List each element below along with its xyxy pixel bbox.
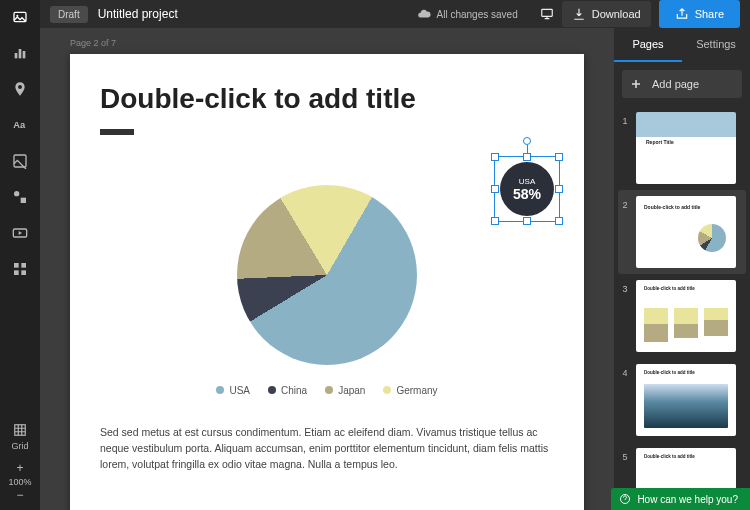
resize-handle[interactable]	[491, 185, 499, 193]
zoom-level: 100%	[8, 477, 31, 489]
svg-text:Aa: Aa	[13, 120, 26, 130]
svg-rect-15	[541, 9, 552, 16]
present-button[interactable]	[532, 1, 562, 27]
add-page-button[interactable]: Add page	[622, 70, 742, 98]
chart-tool-icon[interactable]	[11, 44, 29, 62]
svg-rect-2	[15, 53, 18, 58]
pie-chart[interactable]	[237, 185, 417, 365]
callout-value: 58%	[513, 186, 541, 202]
callout-label: USA	[519, 177, 535, 186]
help-button[interactable]: How can we help you?	[611, 488, 750, 510]
download-icon	[572, 7, 586, 21]
page-title[interactable]: Double-click to add title	[100, 84, 554, 115]
draft-badge: Draft	[50, 6, 88, 23]
legend-item: USA	[216, 385, 250, 396]
zoom-out-button[interactable]: −	[8, 488, 31, 504]
callout-element[interactable]: USA 58%	[500, 162, 554, 216]
document-page[interactable]: Double-click to add title	[70, 54, 584, 510]
map-tool-icon[interactable]	[11, 80, 29, 98]
page-thumb[interactable]: 2 Double-click to add title	[618, 190, 746, 274]
tool-sidebar: Aa Grid + 100% −	[0, 0, 40, 510]
legend-swatch	[268, 386, 276, 394]
share-button[interactable]: Share	[659, 0, 740, 28]
legend-label: China	[281, 385, 307, 396]
legend-label: USA	[229, 385, 250, 396]
resize-handle[interactable]	[491, 217, 499, 225]
svg-rect-4	[23, 51, 26, 58]
resize-handle[interactable]	[523, 217, 531, 225]
page-indicator: Page 2 of 7	[70, 38, 584, 48]
help-icon	[619, 493, 631, 505]
image-tool-icon[interactable]	[11, 8, 29, 26]
resize-handle[interactable]	[555, 185, 563, 193]
tab-pages[interactable]: Pages	[614, 28, 682, 62]
legend-swatch	[216, 386, 224, 394]
top-bar: Draft Untitled project All changes saved…	[40, 0, 750, 28]
share-icon	[675, 7, 689, 21]
resize-handle[interactable]	[555, 153, 563, 161]
legend-label: Germany	[396, 385, 437, 396]
chart-legend: USAChinaJapanGermany	[100, 385, 554, 396]
svg-rect-8	[21, 198, 26, 203]
svg-rect-13	[21, 270, 26, 275]
page-thumbnails: 1 Report Title 2 Double-click to add tit…	[614, 106, 750, 510]
callout-circle[interactable]: USA 58%	[500, 162, 554, 216]
save-status: All changes saved	[417, 7, 518, 21]
legend-swatch	[325, 386, 333, 394]
svg-rect-14	[15, 425, 26, 436]
grid-icon[interactable]	[13, 423, 27, 437]
body-text[interactable]: Sed sed metus at est cursus condimentum.…	[100, 424, 554, 473]
cloud-icon	[417, 7, 431, 21]
download-button[interactable]: Download	[562, 1, 651, 27]
resize-handle[interactable]	[491, 153, 499, 161]
title-rule	[100, 129, 134, 135]
resize-handle[interactable]	[523, 153, 531, 161]
svg-rect-3	[19, 49, 22, 58]
text-tool-icon[interactable]: Aa	[11, 116, 29, 134]
shapes-tool-icon[interactable]	[11, 188, 29, 206]
legend-item: Japan	[325, 385, 365, 396]
page-thumb[interactable]: 4 Double-click to add title	[618, 358, 746, 442]
svg-rect-11	[21, 263, 26, 268]
project-title[interactable]: Untitled project	[98, 7, 178, 21]
legend-item: China	[268, 385, 307, 396]
plus-icon	[630, 78, 642, 90]
right-panel: Pages Settings Add page 1 Report Title 2…	[614, 28, 750, 510]
widgets-tool-icon[interactable]	[11, 260, 29, 278]
resize-handle[interactable]	[555, 217, 563, 225]
zoom-in-button[interactable]: +	[8, 461, 31, 477]
svg-point-7	[14, 191, 19, 196]
rotate-handle[interactable]	[523, 137, 531, 145]
svg-rect-12	[14, 270, 19, 275]
page-thumb[interactable]: 3 Double-click to add title	[618, 274, 746, 358]
grid-label: Grid	[11, 441, 28, 451]
page-thumb[interactable]: 1 Report Title	[618, 106, 746, 190]
tab-settings[interactable]: Settings	[682, 28, 750, 62]
picture-tool-icon[interactable]	[11, 152, 29, 170]
legend-label: Japan	[338, 385, 365, 396]
video-tool-icon[interactable]	[11, 224, 29, 242]
legend-item: Germany	[383, 385, 437, 396]
legend-swatch	[383, 386, 391, 394]
canvas-area[interactable]: Page 2 of 7 Double-click to add title	[40, 28, 614, 510]
svg-rect-10	[14, 263, 19, 268]
